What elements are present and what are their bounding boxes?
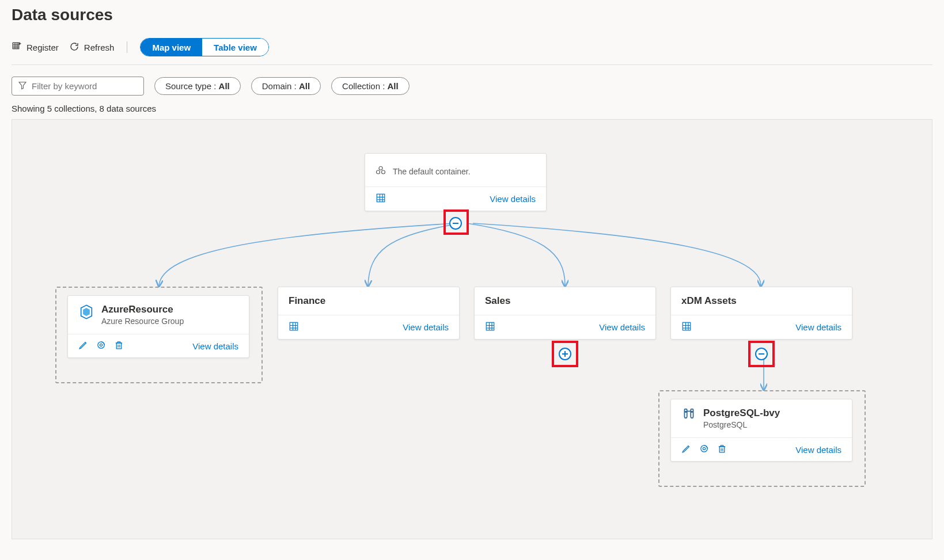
svg-rect-46 — [719, 447, 725, 452]
source-type-filter[interactable]: Source type : All — [154, 77, 241, 95]
node-xdm[interactable]: xDM Assets View details — [670, 287, 852, 340]
svg-marker-7 — [19, 82, 26, 89]
grid-icon[interactable] — [485, 321, 495, 333]
svg-rect-20 — [116, 343, 122, 349]
collapse-root-button[interactable] — [449, 217, 462, 230]
view-toggle: Map view Table view — [140, 38, 268, 56]
svg-rect-12 — [377, 194, 385, 202]
svg-rect-36 — [683, 322, 691, 330]
filter-icon — [18, 81, 27, 92]
refresh-label: Refresh — [84, 43, 115, 52]
node-azure-subtitle: Azure Resource Group — [101, 317, 184, 326]
register-label: Register — [26, 43, 59, 52]
scan-icon[interactable] — [699, 444, 709, 455]
filter-bar: Source type : All Domain : All Collectio… — [12, 77, 932, 96]
svg-rect-29 — [486, 322, 494, 330]
toolbar: Register Refresh Map view Table view — [12, 38, 932, 65]
grid-icon[interactable] — [289, 321, 299, 333]
node-xdm-title: xDM Assets — [681, 295, 737, 307]
svg-rect-0 — [13, 43, 19, 49]
node-postgres[interactable]: PostgreSQL-bvy PostgreSQL View details — [670, 399, 852, 462]
scan-icon[interactable] — [96, 340, 106, 352]
view-details-link[interactable]: View details — [795, 445, 841, 455]
domain-filter[interactable]: Domain : All — [251, 77, 321, 95]
node-postgres-subtitle: PostgreSQL — [703, 420, 780, 429]
collapse-xdm-button[interactable] — [755, 348, 768, 360]
node-postgres-title: PostgreSQL-bvy — [703, 407, 780, 419]
refresh-icon — [69, 41, 79, 54]
azure-resource-icon — [78, 304, 94, 322]
map-view-button[interactable]: Map view — [141, 39, 202, 56]
container-icon — [376, 165, 386, 177]
edit-icon[interactable] — [681, 444, 691, 455]
postgresql-icon — [681, 407, 696, 424]
view-details-link[interactable]: View details — [490, 194, 536, 204]
expand-sales-button[interactable] — [559, 348, 571, 360]
grid-icon[interactable] — [376, 193, 386, 205]
collection-filter[interactable]: Collection : All — [331, 77, 410, 95]
view-details-link[interactable]: View details — [403, 322, 449, 332]
node-azure-title: AzureResource — [101, 304, 184, 315]
toolbar-separator — [127, 41, 127, 53]
node-azure-resource[interactable]: AzureResource Azure Resource Group View … — [67, 295, 249, 358]
node-finance-title: Finance — [289, 295, 325, 307]
delete-icon[interactable] — [717, 444, 727, 455]
node-root-title: The default container. — [393, 167, 471, 176]
table-view-button[interactable]: Table view — [202, 39, 268, 56]
view-details-link[interactable]: View details — [599, 322, 645, 332]
map-canvas[interactable]: The default container. View details Azur… — [12, 119, 932, 539]
refresh-button[interactable]: Refresh — [69, 41, 115, 54]
view-details-link[interactable]: View details — [192, 341, 238, 351]
svg-point-43 — [692, 412, 693, 413]
keyword-input[interactable] — [32, 81, 138, 91]
svg-point-10 — [382, 170, 385, 174]
node-root[interactable]: The default container. View details — [365, 153, 547, 211]
page-title: Data sources — [12, 6, 932, 24]
svg-point-42 — [685, 412, 687, 413]
grid-plus-icon — [12, 41, 22, 54]
svg-point-11 — [379, 166, 382, 170]
svg-point-9 — [377, 170, 380, 174]
svg-point-45 — [703, 447, 705, 449]
view-details-link[interactable]: View details — [795, 322, 841, 332]
node-finance[interactable]: Finance View details — [278, 287, 460, 340]
edit-icon[interactable] — [78, 340, 88, 352]
grid-icon[interactable] — [681, 321, 692, 333]
status-text: Showing 5 collections, 8 data sources — [12, 104, 932, 113]
keyword-filter[interactable] — [12, 77, 144, 96]
register-button[interactable]: Register — [12, 41, 59, 54]
svg-rect-24 — [290, 322, 298, 330]
svg-point-19 — [100, 344, 102, 346]
node-sales-title: Sales — [485, 295, 510, 307]
node-sales[interactable]: Sales View details — [474, 287, 656, 340]
delete-icon[interactable] — [114, 340, 124, 352]
